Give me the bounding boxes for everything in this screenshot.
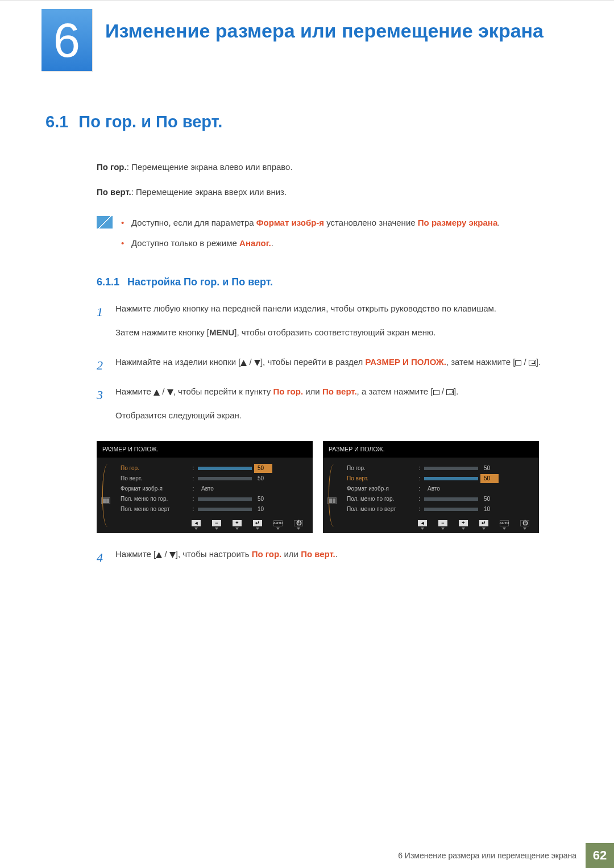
osd-power-icon: ⏻ — [520, 520, 529, 526]
step-text: Нажмите / , чтобы перейти к пункту По го… — [115, 385, 569, 398]
osd-slider — [198, 508, 252, 511]
osd-item: По гор.: 50 — [121, 463, 307, 474]
osd-item: Пол. меню по гор.: 50 — [121, 494, 307, 504]
osd-auto-button: AUTO — [500, 520, 509, 526]
triangle-down-icon — [169, 552, 176, 558]
triangle-up-icon — [156, 552, 162, 558]
subsection-title: Настройка По гор. и По верт. — [127, 274, 273, 290]
chapter-number: 6 — [53, 2, 80, 79]
osd-slider — [198, 497, 252, 501]
osd-enter-icon: ↵ — [479, 520, 488, 526]
triangle-up-icon — [154, 389, 160, 396]
subsection-number: 6.1.1 — [97, 274, 119, 290]
osd-plus-icon: + — [233, 520, 242, 526]
osd-back-icon: ◂ — [418, 520, 427, 526]
osd-menu-vertical: РАЗМЕР И ПОЛОЖ. По гор.: 50 По верт.: 50 — [323, 441, 539, 533]
section-heading: 6.1 По гор. и По верт. — [45, 109, 569, 135]
osd-slider — [424, 508, 478, 511]
osd-item: По гор.: 50 — [347, 463, 533, 474]
osd-slider — [424, 467, 478, 470]
osd-item: По верт.: 50 — [347, 474, 533, 484]
page-footer: 6 Изменение размера или перемещение экра… — [0, 843, 614, 868]
osd-plus-icon: + — [459, 520, 468, 526]
osd-item: По верт.: 50 — [121, 474, 307, 484]
step-2: 2 Нажимайте на изделии кнопки [ / ], что… — [97, 355, 569, 379]
step-text: Отобразится следующий экран. — [115, 409, 569, 422]
enter-icon — [529, 360, 536, 366]
triangle-up-icon — [240, 360, 247, 366]
definition-horizontal: По гор.: Перемещение экрана влево или вп… — [97, 160, 569, 174]
osd-slider — [198, 477, 252, 480]
osd-minus-icon: − — [212, 520, 221, 526]
section-number: 6.1 — [45, 109, 68, 135]
subsection-heading: 6.1.1 Настройка По гор. и По верт. — [97, 274, 569, 290]
osd-enter-icon: ↵ — [253, 520, 262, 526]
note-block: Доступно, если для параметра Формат изоб… — [97, 216, 569, 257]
osd-item: Пол. меню по верт: 10 — [347, 504, 533, 514]
step-text: Нажмите любую кнопку на передней панели … — [115, 302, 569, 315]
note-item: Доступно, если для параметра Формат изоб… — [121, 216, 500, 230]
osd-minus-icon: − — [438, 520, 447, 526]
footer-chapter-label: 6 Изменение размера или перемещение экра… — [389, 843, 586, 868]
note-icon — [97, 216, 113, 229]
step-3: 3 Нажмите / , чтобы перейти к пункту По … — [97, 385, 569, 433]
osd-header: РАЗМЕР И ПОЛОЖ. — [97, 441, 313, 458]
osd-back-icon: ◂ — [192, 520, 201, 526]
triangle-down-icon — [167, 389, 173, 396]
step-4: 4 Нажмите [ / ], чтобы настроить По гор.… — [97, 547, 569, 571]
osd-slider — [424, 497, 478, 501]
osd-auto-button: AUTO — [273, 520, 283, 526]
box-icon — [433, 390, 439, 395]
enter-icon — [446, 389, 454, 395]
chapter-tab: 6 — [42, 9, 93, 72]
osd-button-bar: ◂ − + ↵ AUTO ⏻ — [97, 518, 313, 531]
osd-item: Пол. меню по верт: 10 — [121, 504, 307, 514]
osd-button-bar: ◂ − + ↵ AUTO ⏻ — [323, 518, 539, 531]
chapter-title: Изменение размера или перемещение экрана — [105, 19, 544, 43]
osd-item: Пол. меню по гор.: 50 — [347, 494, 533, 504]
osd-item: Формат изобр-я: Авто — [347, 484, 533, 494]
osd-power-icon: ⏻ — [294, 520, 303, 526]
osd-header: РАЗМЕР И ПОЛОЖ. — [323, 441, 539, 458]
definition-vertical: По верт.: Перемещение экрана вверх или в… — [97, 185, 569, 199]
osd-item: Формат изобр-я: Авто — [121, 484, 307, 494]
footer-page-number: 62 — [586, 843, 614, 868]
step-1: 1 Нажмите любую кнопку на передней панел… — [97, 302, 569, 350]
triangle-down-icon — [254, 360, 260, 366]
osd-slider — [424, 477, 478, 480]
note-item: Доступно только в режиме Аналог.. — [121, 236, 500, 250]
osd-slider — [198, 467, 252, 470]
section-title: По гор. и По верт. — [78, 109, 222, 135]
box-icon — [515, 360, 521, 366]
osd-menu-horizontal: РАЗМЕР И ПОЛОЖ. По гор.: 50 По верт.: 50 — [97, 441, 313, 533]
step-text: Нажимайте на изделии кнопки [ / ], чтобы… — [115, 355, 569, 369]
step-text: Затем нажмите кнопку [MENU], чтобы отобр… — [115, 326, 569, 339]
step-text: Нажмите [ / ], чтобы настроить По гор. и… — [115, 547, 569, 561]
